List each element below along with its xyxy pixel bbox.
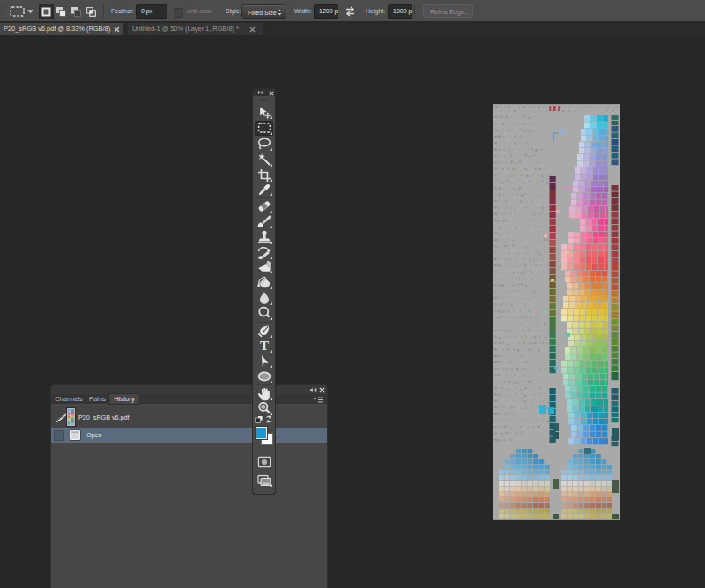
svg-text:T: T (259, 339, 268, 352)
